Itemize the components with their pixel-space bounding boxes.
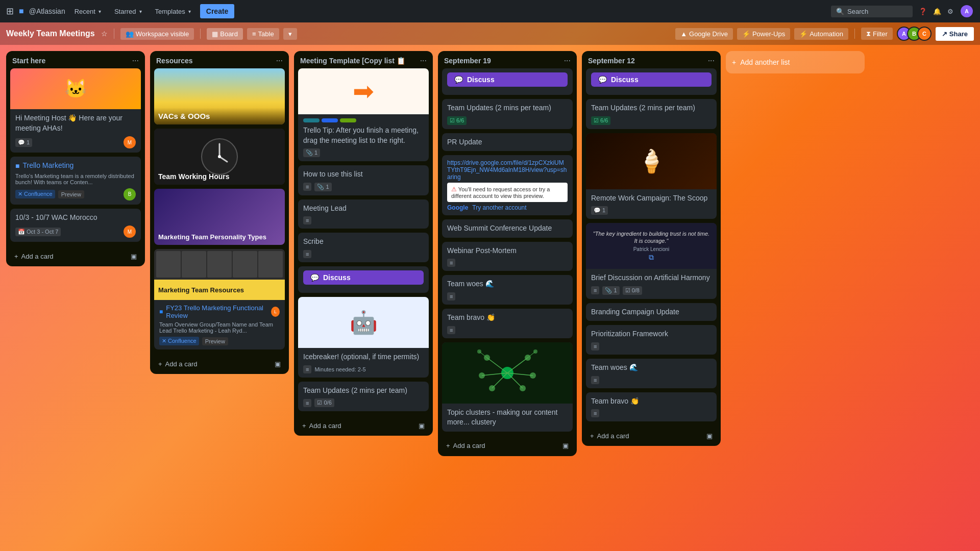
- preview-button[interactable]: Preview: [58, 190, 84, 198]
- add-template-button[interactable]: ▣: [558, 439, 573, 453]
- add-card-button[interactable]: + Add a card: [442, 439, 556, 453]
- card-prioritization-framework[interactable]: Prioritization Framework ≡: [586, 325, 717, 355]
- discuss-text: Discuss: [467, 76, 495, 84]
- card-webinar-postmortem[interactable]: Webinar Post-Mortem ≡: [442, 242, 573, 271]
- brand-label[interactable]: @Atlassian: [29, 7, 65, 15]
- card-meta: ≡ 📎 1: [303, 183, 424, 191]
- card-discuss-sep12[interactable]: 💬 Discuss: [586, 68, 717, 95]
- table-view-button[interactable]: ≡ Table: [247, 28, 279, 40]
- workspace-visible-button[interactable]: 👥 Workspace visible: [120, 28, 194, 40]
- google-row: Google Try another account: [447, 204, 568, 211]
- filter-button[interactable]: ⧗ Filter: [861, 28, 893, 40]
- card-meta: ≡: [447, 259, 568, 267]
- card-team-updates-sep12[interactable]: Team Updates (2 mins per team) ☑ 6/6: [586, 99, 717, 129]
- cover-text: Marketing Team Personality Types: [158, 233, 266, 241]
- help-icon[interactable]: ❓: [919, 8, 927, 15]
- templates-button[interactable]: Templates ▾: [151, 6, 195, 17]
- card-personality-types[interactable]: Marketing Team Personality Types: [154, 189, 285, 245]
- card-discuss-template[interactable]: 💬 Discuss: [298, 266, 429, 293]
- card-artificial-harmony[interactable]: "The key ingredient to building trust is…: [586, 223, 717, 299]
- add-another-list-button[interactable]: + Add another list: [726, 51, 865, 73]
- confluence-badge: ✕ Confluence: [159, 337, 199, 345]
- card-meeting-lead[interactable]: Meeting Lead ≡: [298, 199, 429, 229]
- card-meta: ≡: [303, 216, 424, 224]
- add-card-button[interactable]: + Add a card: [298, 418, 412, 433]
- member-avatar-3[interactable]: C: [917, 27, 932, 41]
- column-footer: + Add a card ▣: [294, 415, 433, 436]
- card-team-woes-sep19[interactable]: Team woes 🌊 ≡: [442, 275, 573, 305]
- label-teal: [303, 118, 320, 122]
- notification-icon[interactable]: 🔔: [933, 8, 941, 15]
- column-menu-button[interactable]: ···: [132, 56, 139, 65]
- card-title: PR Update: [447, 137, 568, 147]
- more-views-button[interactable]: ▾: [283, 28, 297, 40]
- card-web-summit[interactable]: Web Summit Conference Update: [442, 219, 573, 238]
- card-team-bravo-sep12[interactable]: Team bravo 👏 ≡: [586, 392, 717, 422]
- create-button[interactable]: Create: [200, 4, 235, 18]
- card-google-drive-link[interactable]: https://drive.google.com/file/d/1zpCXzki…: [442, 155, 573, 215]
- card-vacs-ooos[interactable]: VACs & OOOs: [154, 68, 285, 124]
- add-card-button[interactable]: + Add a card: [154, 357, 268, 371]
- add-template-button[interactable]: ▣: [414, 418, 429, 433]
- share-button[interactable]: ↗ Share: [936, 27, 974, 41]
- try-another-link[interactable]: Try another account: [472, 204, 526, 211]
- card-team-bravo-sep19[interactable]: Team bravo 👏 ≡: [442, 309, 573, 338]
- card-meta: ≡ Minutes needed: 2-5: [303, 365, 424, 373]
- card-body: ■ FY23 Trello Marketing Functional Revie…: [154, 300, 285, 349]
- card-how-to-use[interactable]: How to use this list ≡ 📎 1: [298, 165, 429, 195]
- desc-badge: ≡: [591, 286, 599, 294]
- column-menu-button[interactable]: ···: [420, 56, 427, 65]
- star-icon[interactable]: ☆: [101, 30, 108, 38]
- card-body: Brief Discussion on Artificial Harmony ≡…: [586, 269, 717, 299]
- card-body: 10/3 - 10/7 WAC Morocco 📅 Oct 3 - Oct 7 …: [10, 209, 141, 242]
- recent-button[interactable]: Recent ▾: [70, 6, 105, 17]
- card-body: How to use this list ≡ 📎 1: [298, 165, 429, 195]
- starred-button[interactable]: Starred ▾: [110, 6, 146, 17]
- add-card-button[interactable]: + Add a card: [10, 249, 125, 263]
- card-arrow-tip[interactable]: ➡ Trello Tip: After you finish a meeting…: [298, 68, 429, 161]
- card-pr-update[interactable]: PR Update: [442, 133, 573, 152]
- add-template-button[interactable]: ▣: [127, 249, 141, 263]
- card-team-working-hours[interactable]: Team Working Hours: [154, 129, 285, 185]
- search-bar[interactable]: 🔍 Search: [831, 6, 913, 17]
- column-menu-button[interactable]: ···: [564, 56, 571, 65]
- automation-button[interactable]: ⚡ Automation: [794, 28, 848, 40]
- google-docs-icon: ■: [159, 308, 163, 315]
- column-header-sep12: September 12 ···: [582, 51, 721, 68]
- column-menu-button[interactable]: ···: [708, 56, 715, 65]
- workspace-icon: 👥: [126, 30, 134, 38]
- card-scribe[interactable]: Scribe ≡: [298, 233, 429, 262]
- preview-button[interactable]: Preview: [202, 337, 228, 345]
- board-view-button[interactable]: ▦ Board: [207, 28, 243, 40]
- card-discuss-sep19[interactable]: 💬 Discuss: [442, 68, 573, 95]
- drive-url: https://drive.google.com/file/d/1zpCXzki…: [447, 159, 568, 181]
- card-icebreaker[interactable]: 🤖 Icebreaker! (optional, if time permits…: [298, 297, 429, 378]
- card-meta: ✕ Confluence Preview B: [15, 188, 136, 201]
- grid-icon[interactable]: ⊞: [6, 6, 14, 17]
- plus-icon: +: [302, 422, 306, 430]
- user-avatar[interactable]: A: [960, 4, 974, 18]
- google-drive-button[interactable]: ▲ Google Drive: [675, 28, 733, 40]
- settings-icon[interactable]: ⚙: [947, 8, 953, 15]
- add-card-button[interactable]: + Add a card: [586, 429, 700, 443]
- card-marketing-resources[interactable]: Marketing Team Resources ■ FY23 Trello M…: [154, 249, 285, 349]
- card-team-woes-sep12[interactable]: Team woes 🌊 ≡: [586, 359, 717, 388]
- card-title: Trello Tip: After you finish a meeting, …: [303, 126, 424, 145]
- column-meeting-template: Meeting Template [Copy list 📋 ··· ➡ Trel…: [294, 51, 433, 436]
- card-morocco[interactable]: 10/3 - 10/7 WAC Morocco 📅 Oct 3 - Oct 7 …: [10, 209, 141, 242]
- card-topic-clusters[interactable]: Topic clusters - making our content more…: [442, 342, 573, 432]
- add-template-button[interactable]: ▣: [702, 429, 717, 443]
- column-menu-button[interactable]: ···: [276, 56, 283, 65]
- add-template-button[interactable]: ▣: [271, 357, 285, 371]
- card-body: Branding Campaign Update: [586, 303, 717, 321]
- arrow-icon: ➡: [353, 77, 374, 106]
- card-body: Icebreaker! (optional, if time permits) …: [298, 348, 429, 378]
- card-trello-marketing[interactable]: ■ Trello Marketing Trello's Marketing te…: [10, 157, 141, 205]
- trello-icon[interactable]: ■: [19, 7, 24, 16]
- power-ups-button[interactable]: ⚡ Power-Ups: [737, 28, 790, 40]
- card-hi-meeting-host[interactable]: 🐱 Hi Meeting Host 👋 Here are your meetin…: [10, 68, 141, 153]
- card-team-updates-sep19[interactable]: Team Updates (2 mins per team) ☑ 6/6: [442, 99, 573, 129]
- card-branding-campaign[interactable]: Branding Campaign Update: [586, 303, 717, 321]
- card-remote-work[interactable]: 🍦 Remote Work Campaign: The Scoop 💬 1: [586, 133, 717, 219]
- card-team-updates-template[interactable]: Team Updates (2 mins per team) ≡ ☑ 0/6: [298, 382, 429, 412]
